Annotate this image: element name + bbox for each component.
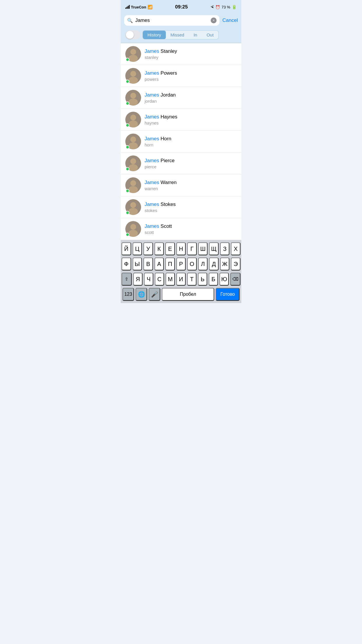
contact-item[interactable]: James Piercepierce bbox=[121, 153, 241, 174]
key-г[interactable]: Г bbox=[187, 242, 197, 255]
contact-item[interactable]: James Stokesstokes bbox=[121, 196, 241, 218]
contact-info: James Scottscott bbox=[145, 223, 237, 235]
key-ы[interactable]: Ы bbox=[133, 258, 142, 270]
avatar-wrap bbox=[125, 112, 141, 127]
contact-first-name: James bbox=[145, 136, 159, 141]
num-key[interactable]: 123 bbox=[122, 288, 134, 301]
contact-list: James Stanleystanley James Powerspowers … bbox=[121, 43, 241, 240]
key-ц[interactable]: Ц bbox=[133, 242, 142, 255]
contact-last-name: Pierce bbox=[161, 158, 175, 163]
tab-in[interactable]: In bbox=[189, 31, 202, 39]
contact-name: James Scott bbox=[145, 223, 237, 229]
tab-history[interactable]: History bbox=[143, 31, 166, 39]
cancel-button[interactable]: Cancel bbox=[222, 18, 238, 23]
contact-last-name: Horn bbox=[161, 136, 171, 141]
clear-button[interactable]: × bbox=[211, 18, 217, 23]
contact-first-name: James bbox=[145, 48, 159, 54]
toggle-switch[interactable] bbox=[125, 30, 140, 39]
contact-first-name: James bbox=[145, 180, 159, 185]
key-в[interactable]: В bbox=[143, 258, 153, 270]
contact-info: James Hayneshaynes bbox=[145, 114, 237, 125]
key-х[interactable]: Х bbox=[231, 242, 240, 255]
key-я[interactable]: Я bbox=[133, 273, 143, 286]
key-с[interactable]: С bbox=[155, 273, 164, 286]
contact-first-name: James bbox=[145, 114, 159, 120]
contact-item[interactable]: James Hayneshaynes bbox=[121, 109, 241, 131]
key-о[interactable]: О bbox=[187, 258, 197, 270]
tab-missed[interactable]: Missed bbox=[166, 31, 189, 39]
key-ь[interactable]: Ь bbox=[198, 273, 207, 286]
contact-info: James Piercepierce bbox=[145, 158, 237, 169]
space-key[interactable]: Пробел bbox=[162, 288, 214, 301]
key-щ[interactable]: Щ bbox=[209, 242, 219, 255]
contact-username: warren bbox=[145, 186, 237, 191]
filter-bar: History Missed In Out bbox=[121, 29, 241, 43]
avatar-wrap bbox=[125, 155, 141, 171]
done-key[interactable]: Готово bbox=[216, 288, 240, 301]
svg-point-17 bbox=[129, 164, 138, 171]
key-п[interactable]: П bbox=[165, 258, 175, 270]
battery-icon: 🔋 bbox=[232, 5, 237, 9]
key-й[interactable]: Й bbox=[122, 242, 131, 255]
contact-item[interactable]: James Hornhorn bbox=[121, 131, 241, 153]
contact-name: James Stanley bbox=[145, 48, 237, 54]
online-indicator bbox=[126, 167, 129, 171]
key-ш[interactable]: Ш bbox=[198, 242, 208, 255]
keyboard-row-2: ФЫВАПРОЛДЖЭ bbox=[122, 258, 240, 270]
search-input-wrap: 🔍 × bbox=[124, 15, 219, 26]
key-и[interactable]: И bbox=[176, 273, 186, 286]
key-ч[interactable]: Ч bbox=[144, 273, 153, 286]
key-ф[interactable]: Ф bbox=[122, 258, 131, 270]
contact-info: James Powerspowers bbox=[145, 70, 237, 82]
svg-point-10 bbox=[130, 115, 136, 120]
search-icon: 🔍 bbox=[127, 18, 133, 23]
svg-point-25 bbox=[130, 224, 136, 230]
key-а[interactable]: А bbox=[154, 258, 164, 270]
battery-label: 73 % bbox=[222, 5, 230, 9]
online-indicator bbox=[126, 58, 129, 62]
key-ю[interactable]: Ю bbox=[219, 273, 229, 286]
key-ж[interactable]: Ж bbox=[220, 258, 230, 270]
contact-last-name: Stanley bbox=[161, 48, 177, 54]
key-у[interactable]: У bbox=[143, 242, 153, 255]
key-н[interactable]: Н bbox=[176, 242, 186, 255]
filter-tabs: History Missed In Out bbox=[143, 30, 219, 39]
contact-info: James Jordanjordan bbox=[145, 92, 237, 104]
shift-key[interactable]: ⇧ bbox=[122, 273, 132, 286]
contact-item[interactable]: James Jordanjordan bbox=[121, 87, 241, 109]
tab-out[interactable]: Out bbox=[202, 31, 218, 39]
status-time: 09:25 bbox=[175, 4, 188, 10]
avatar-wrap bbox=[125, 134, 141, 149]
contact-first-name: James bbox=[145, 158, 159, 163]
svg-point-8 bbox=[129, 99, 138, 106]
key-л[interactable]: Л bbox=[198, 258, 208, 270]
contact-item[interactable]: James Warrenwarren bbox=[121, 174, 241, 196]
backspace-key[interactable]: ⌫ bbox=[230, 273, 240, 286]
mic-key[interactable]: 🎤 bbox=[149, 288, 160, 301]
contact-username: pierce bbox=[145, 164, 237, 169]
contact-item[interactable]: James Scottscott bbox=[121, 218, 241, 240]
contact-last-name: Haynes bbox=[161, 114, 178, 120]
key-е[interactable]: Е bbox=[165, 242, 175, 255]
search-input[interactable] bbox=[135, 18, 208, 23]
globe-key[interactable]: 🌐 bbox=[136, 288, 147, 301]
avatar-wrap bbox=[125, 68, 141, 84]
contact-item[interactable]: James Powerspowers bbox=[121, 65, 241, 87]
contact-first-name: James bbox=[145, 92, 159, 98]
key-б[interactable]: Б bbox=[209, 273, 218, 286]
key-к[interactable]: К bbox=[154, 242, 164, 255]
location-icon: ⮘ bbox=[210, 5, 214, 9]
key-з[interactable]: З bbox=[220, 242, 230, 255]
key-д[interactable]: Д bbox=[209, 258, 219, 270]
status-right: ⮘ ⏰ 73 % 🔋 bbox=[210, 5, 237, 9]
contact-item[interactable]: James Stanleystanley bbox=[121, 43, 241, 65]
key-т[interactable]: Т bbox=[187, 273, 196, 286]
contact-username: horn bbox=[145, 142, 237, 147]
key-р[interactable]: Р bbox=[176, 258, 186, 270]
key-э[interactable]: Э bbox=[231, 258, 240, 270]
key-м[interactable]: М bbox=[166, 273, 175, 286]
avatar-wrap bbox=[125, 46, 141, 62]
signal-icon bbox=[125, 5, 130, 9]
online-indicator bbox=[126, 102, 129, 105]
contact-name: James Warren bbox=[145, 180, 237, 186]
